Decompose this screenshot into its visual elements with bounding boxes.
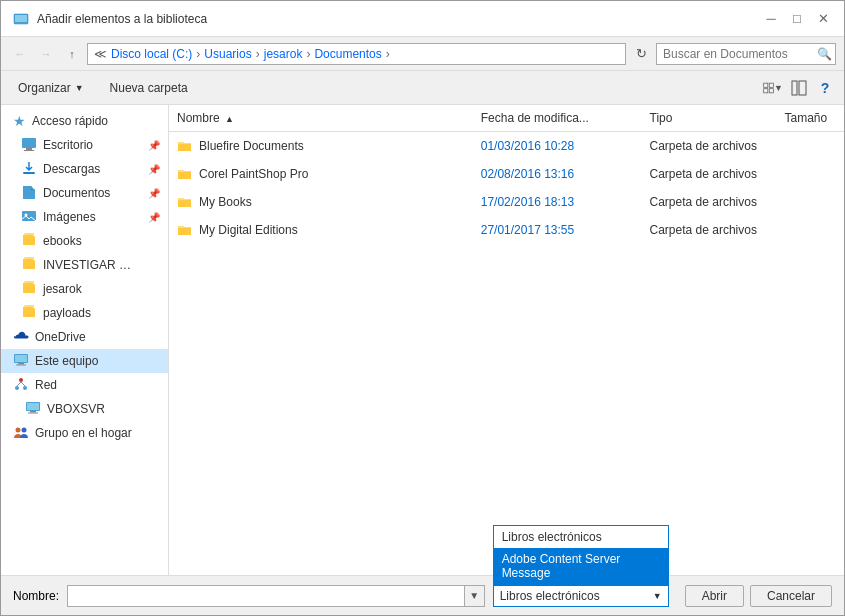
search-input[interactable] bbox=[663, 47, 813, 61]
open-button[interactable]: Abrir bbox=[685, 585, 744, 607]
col-name[interactable]: Nombre ▲ bbox=[169, 105, 473, 132]
table-row[interactable]: Bluefire Documents 01/03/2016 10:28 Carp… bbox=[169, 132, 844, 161]
sidebar-label-documentos: Documentos bbox=[43, 186, 110, 200]
svg-line-23 bbox=[21, 382, 25, 386]
pane-icon bbox=[791, 80, 807, 96]
breadcrumb-disk[interactable]: Disco local (C:) bbox=[111, 47, 192, 61]
vboxsvr-icon bbox=[25, 400, 41, 419]
forward-button[interactable]: → bbox=[35, 43, 57, 65]
filetype-arrow: ▼ bbox=[653, 591, 662, 601]
filename-dropdown-button[interactable]: ▼ bbox=[464, 586, 484, 606]
sidebar-label-payloads: payloads bbox=[43, 306, 91, 320]
sidebar-label-ebooks: ebooks bbox=[43, 234, 82, 248]
file-name-text: Corel PaintShop Pro bbox=[199, 167, 308, 181]
table-row[interactable]: My Books 17/02/2016 18:13 Carpeta de arc… bbox=[169, 188, 844, 216]
window: Añadir elementos a la biblioteca ─ □ ✕ ←… bbox=[0, 0, 845, 616]
addressbar: ← → ↑ ≪ Disco local (C:) › Usuarios › je… bbox=[1, 37, 844, 71]
file-size-cell bbox=[777, 216, 845, 244]
titlebar: Añadir elementos a la biblioteca ─ □ ✕ bbox=[1, 1, 844, 37]
table-row[interactable]: My Digital Editions 27/01/2017 13:55 Car… bbox=[169, 216, 844, 244]
filetype-select[interactable]: Libros electrónicos ▼ bbox=[493, 585, 669, 607]
action-buttons: Abrir Cancelar bbox=[685, 585, 832, 607]
breadcrumb-sep-4: › bbox=[386, 47, 390, 61]
breadcrumb-jesarok[interactable]: jesarok bbox=[264, 47, 303, 61]
sidebar-item-ebooks[interactable]: ebooks bbox=[1, 229, 168, 253]
view-grid-icon bbox=[763, 80, 774, 96]
documentos-icon bbox=[21, 184, 37, 203]
jesarok-icon bbox=[21, 280, 37, 299]
escritorio-icon bbox=[21, 136, 37, 155]
sidebar-section-quick-access[interactable]: ★ Acceso rápido bbox=[1, 109, 168, 133]
table-row[interactable]: Corel PaintShop Pro 02/08/2016 13:16 Car… bbox=[169, 160, 844, 188]
pin-icon-imagenes: 📌 bbox=[148, 212, 160, 223]
sidebar-item-red[interactable]: Red bbox=[1, 373, 168, 397]
sidebar-label-descargas: Descargas bbox=[43, 162, 100, 176]
name-label: Nombre: bbox=[13, 589, 59, 603]
up-button[interactable]: ↑ bbox=[61, 43, 83, 65]
file-size-cell bbox=[777, 188, 845, 216]
sidebar-item-jesarok[interactable]: jesarok bbox=[1, 277, 168, 301]
sidebar-item-imagenes[interactable]: Imágenes 📌 bbox=[1, 205, 168, 229]
name-input-wrapper: ▼ bbox=[67, 585, 485, 607]
view-options-button[interactable]: ▼ bbox=[762, 77, 784, 99]
col-size[interactable]: Tamaño bbox=[777, 105, 845, 132]
file-date-cell: 02/08/2016 13:16 bbox=[473, 160, 642, 188]
svg-rect-4 bbox=[769, 83, 773, 87]
file-name-text: My Books bbox=[199, 195, 252, 209]
sidebar-label-investigar: INVESTIGAR EN ORO bbox=[43, 258, 138, 272]
svg-rect-25 bbox=[27, 403, 39, 410]
file-name-cell: My Digital Editions bbox=[169, 216, 473, 244]
svg-rect-3 bbox=[764, 83, 768, 87]
pin-icon-documentos: 📌 bbox=[148, 188, 160, 199]
sidebar-item-escritorio[interactable]: Escritorio 📌 bbox=[1, 133, 168, 157]
organize-button[interactable]: Organizar ▼ bbox=[9, 77, 93, 99]
filetype-option-adobe[interactable]: Adobe Content Server Message bbox=[494, 548, 668, 584]
breadcrumb-sep-1: › bbox=[196, 47, 200, 61]
titlebar-title: Añadir elementos a la biblioteca bbox=[37, 12, 207, 26]
filetype-option-libros[interactable]: Libros electrónicos bbox=[494, 526, 668, 548]
refresh-button[interactable]: ↻ bbox=[630, 43, 652, 65]
onedrive-icon bbox=[13, 328, 29, 347]
breadcrumb-usuarios[interactable]: Usuarios bbox=[204, 47, 251, 61]
sidebar-label-escritorio: Escritorio bbox=[43, 138, 93, 152]
pin-icon-descargas: 📌 bbox=[148, 164, 160, 175]
filename-input[interactable] bbox=[68, 589, 464, 603]
imagenes-icon bbox=[21, 208, 37, 227]
maximize-button[interactable]: □ bbox=[784, 9, 810, 29]
breadcrumb-documentos[interactable]: Documentos bbox=[314, 47, 381, 61]
col-type[interactable]: Tipo bbox=[642, 105, 777, 132]
close-button[interactable]: ✕ bbox=[810, 9, 836, 29]
file-type-cell: Carpeta de archivos bbox=[642, 216, 777, 244]
quick-access-label: Acceso rápido bbox=[32, 114, 108, 128]
folder-icon bbox=[177, 194, 193, 210]
new-folder-button[interactable]: Nueva carpeta bbox=[101, 77, 197, 99]
pane-button[interactable] bbox=[788, 77, 810, 99]
sidebar-item-grupo[interactable]: Grupo en el hogar bbox=[1, 421, 168, 445]
sidebar-item-payloads[interactable]: payloads bbox=[1, 301, 168, 325]
sidebar-item-documentos[interactable]: Documentos 📌 bbox=[1, 181, 168, 205]
svg-line-22 bbox=[17, 382, 21, 386]
svg-rect-6 bbox=[769, 88, 773, 92]
sidebar-item-investigar[interactable]: INVESTIGAR EN ORO bbox=[1, 253, 168, 277]
svg-point-28 bbox=[16, 427, 21, 432]
toolbar-right: ▼ ? bbox=[762, 77, 836, 99]
new-folder-label: Nueva carpeta bbox=[110, 81, 188, 95]
organize-arrow: ▼ bbox=[75, 83, 84, 93]
breadcrumb-sep-3: › bbox=[306, 47, 310, 61]
cancel-button[interactable]: Cancelar bbox=[750, 585, 832, 607]
filetype-dropdown: Libros electrónicos Adobe Content Server… bbox=[493, 525, 669, 585]
svg-rect-17 bbox=[18, 363, 24, 365]
minimize-button[interactable]: ─ bbox=[758, 9, 784, 29]
svg-rect-16 bbox=[15, 355, 27, 362]
view-arrow: ▼ bbox=[774, 83, 783, 93]
help-button[interactable]: ? bbox=[814, 77, 836, 99]
sidebar-item-descargas[interactable]: Descargas 📌 bbox=[1, 157, 168, 181]
file-date-cell: 27/01/2017 13:55 bbox=[473, 216, 642, 244]
sidebar-item-vboxsvr[interactable]: VBOXSVR bbox=[1, 397, 168, 421]
file-name-text: Bluefire Documents bbox=[199, 139, 304, 153]
sidebar-item-onedrive[interactable]: OneDrive bbox=[1, 325, 168, 349]
back-button[interactable]: ← bbox=[9, 43, 31, 65]
col-date[interactable]: Fecha de modifica... bbox=[473, 105, 642, 132]
sidebar-item-este-equipo[interactable]: Este equipo bbox=[1, 349, 168, 373]
file-name-cell: My Books bbox=[169, 188, 473, 216]
